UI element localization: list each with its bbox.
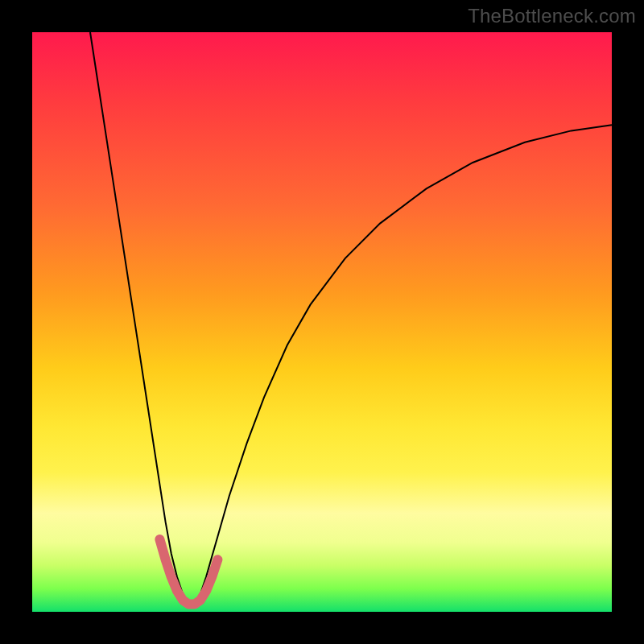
bottleneck-curve xyxy=(90,32,612,603)
optimal-band xyxy=(159,539,217,605)
chart-frame: TheBottleneck.com xyxy=(0,0,644,644)
curve-svg xyxy=(32,32,612,612)
plot-area xyxy=(32,32,612,612)
watermark-text: TheBottleneck.com xyxy=(468,5,636,27)
